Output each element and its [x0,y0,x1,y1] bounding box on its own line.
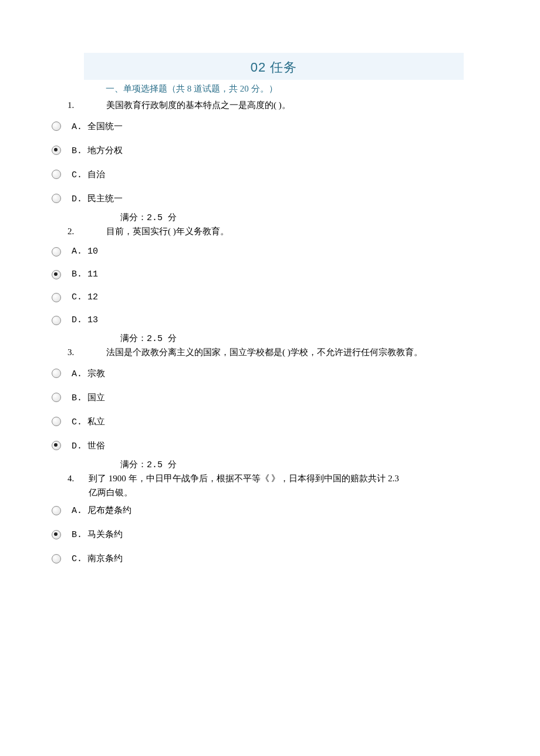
option-row[interactable]: B. 11 [0,263,540,286]
option-row[interactable]: C. 12 [0,286,540,309]
option-row[interactable]: D. 13 [0,309,540,332]
radio-unselected-icon[interactable] [52,417,61,426]
radio-unselected-icon[interactable] [52,506,61,515]
option-label: C. 12 [72,292,98,302]
option-row[interactable]: B. 国立 [0,386,540,410]
section-heading: 一、单项选择题（共 8 道试题，共 20 分。） [0,80,540,97]
option-label: B. 地方分权 [72,145,123,156]
radio-selected-icon[interactable] [52,441,61,450]
option-row[interactable]: C. 自治 [0,163,540,187]
question-text: 目前，英国实行( )年义务教育。 [106,227,229,236]
question-4: 4.到了 1900 年，中日甲午战争后，根据不平等《 》，日本得到中国的赔款共计… [0,470,540,488]
question-text-line2: 亿两白银。 [0,487,540,498]
option-label: C. 私立 [72,416,105,427]
score-label: 满分：2.5 分 [0,211,540,223]
radio-unselected-icon[interactable] [52,247,61,256]
question-number: 2. [68,224,89,239]
option-label: A. 全国统一 [72,121,123,132]
option-label: B. 11 [72,269,98,279]
radio-unselected-icon[interactable] [52,170,61,179]
question-number: 1. [68,98,89,113]
option-label: C. 自治 [72,169,105,180]
option-row[interactable]: D. 世俗 [0,434,540,458]
title-text: 02 任务 [251,60,298,75]
option-row[interactable]: A. 尼布楚条约 [0,498,540,522]
question-1: 1.美国教育行政制度的基本特点之一是高度的( )。 [0,97,540,114]
radio-selected-icon[interactable] [52,270,61,279]
question-text: 美国教育行政制度的基本特点之一是高度的( )。 [106,100,291,110]
radio-unselected-icon[interactable] [52,194,61,203]
option-row[interactable]: A. 全国统一 [0,114,540,139]
question-text-line1: 到了 1900 年，中日甲午战争后，根据不平等《 》，日本得到中国的赔款共计 2… [89,474,399,483]
radio-unselected-icon[interactable] [52,293,61,302]
option-label: D. 世俗 [72,440,105,451]
option-label: A. 宗教 [72,368,105,379]
option-row[interactable]: B. 马关条约 [0,522,540,546]
question-number: 3. [68,345,89,360]
option-row[interactable]: A. 10 [0,240,540,263]
question-3: 3.法国是个政教分离主义的国家，国立学校都是( )学校，不允许进行任何宗教教育。 [0,344,540,362]
radio-unselected-icon[interactable] [52,122,61,131]
option-row[interactable]: B. 地方分权 [0,139,540,163]
option-label: B. 马关条约 [72,529,123,540]
option-row[interactable]: C. 私立 [0,410,540,434]
question-number: 4. [68,471,89,487]
option-label: A. 尼布楚条约 [72,505,131,516]
radio-unselected-icon[interactable] [52,554,61,563]
option-label: C. 南京条约 [72,553,123,564]
score-label: 满分：2.5 分 [0,458,540,470]
option-row[interactable]: D. 民主统一 [0,187,540,211]
radio-selected-icon[interactable] [52,146,61,155]
radio-unselected-icon[interactable] [52,316,61,325]
option-row[interactable]: C. 南京条约 [0,546,540,571]
radio-selected-icon[interactable] [52,530,61,539]
question-text: 法国是个政教分离主义的国家，国立学校都是( )学校，不允许进行任何宗教教育。 [106,347,423,357]
option-label: D. 民主统一 [72,193,123,204]
option-label: B. 国立 [72,392,105,403]
radio-unselected-icon[interactable] [52,393,61,402]
option-row[interactable]: A. 宗教 [0,362,540,386]
question-2: 2.目前，英国实行( )年义务教育。 [0,223,540,241]
score-label: 满分：2.5 分 [0,332,540,344]
option-label: D. 13 [72,315,98,325]
radio-unselected-icon[interactable] [52,369,61,378]
page-title: 02 任务 [84,53,464,80]
option-label: A. 10 [72,247,98,256]
